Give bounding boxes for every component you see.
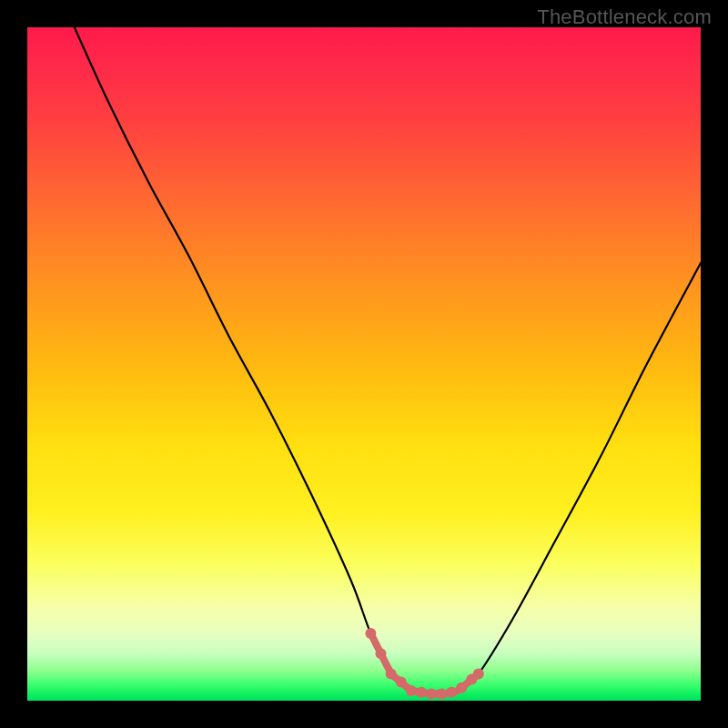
watermark-text: TheBottleneck.com: [537, 5, 712, 29]
curve-layer: [27, 27, 701, 701]
svg-point-2: [386, 668, 397, 679]
svg-point-3: [396, 677, 407, 688]
bottleneck-curve: [75, 27, 701, 694]
svg-point-4: [406, 685, 417, 696]
svg-point-9: [456, 682, 467, 693]
svg-point-11: [473, 668, 484, 679]
bottom-marker: [365, 628, 483, 700]
svg-point-0: [365, 628, 376, 639]
svg-point-7: [436, 689, 447, 700]
svg-point-8: [446, 687, 457, 698]
svg-point-5: [416, 687, 427, 698]
plot-area: [27, 27, 701, 701]
chart-frame: TheBottleneck.com: [0, 0, 728, 728]
svg-point-1: [376, 648, 387, 659]
svg-point-6: [426, 689, 437, 700]
